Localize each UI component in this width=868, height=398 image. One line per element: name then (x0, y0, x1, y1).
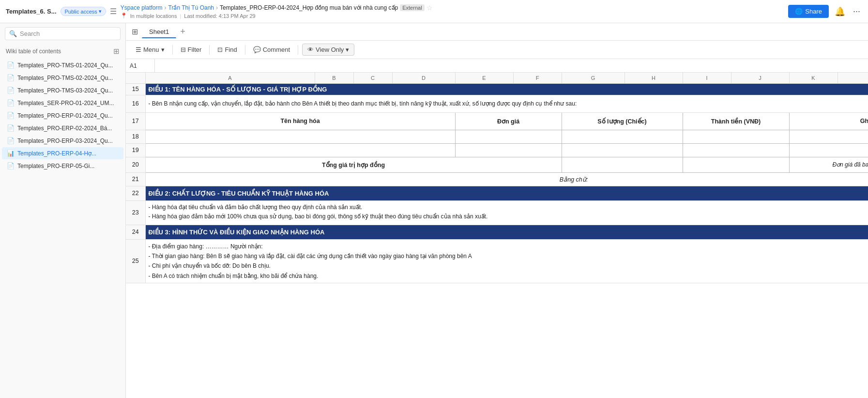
view-only-label: View Only (316, 46, 344, 53)
sidebar-item-label: Templates_PRO-ERP-05-Gi... (17, 163, 94, 169)
r18-l (789, 130, 868, 143)
sidebar-item-erp03[interactable]: 📄 Templates_PRO-ERP-03-2024_Qu... (2, 135, 123, 147)
table-row: 25 - Địa điểm giao hàng: ………… Người nhận… (126, 239, 868, 283)
r20-g (562, 157, 683, 172)
find-label: Find (225, 46, 237, 53)
r25-line2: - Chi phí vận chuyển và bốc dỡ: Do bên B… (149, 262, 271, 269)
r23-content: - Hàng hóa đạt tiêu chuẩn và đảm bảo chấ… (145, 200, 868, 225)
table-row: 23 - Hàng hóa đạt tiêu chuẩn và đảm bảo … (126, 200, 868, 225)
r19-l (789, 143, 868, 157)
sidebar-item-label: Templates_PRO-TMS-01-2024_Qu... (17, 62, 113, 69)
col-header-K: K (789, 73, 838, 83)
sidebar-item-tms01[interactable]: 📄 Templates_PRO-TMS-01-2024_Qu... (2, 59, 123, 71)
toolbar-divider-3 (245, 45, 245, 55)
view-only-button[interactable]: 👁 View Only ▾ (302, 44, 354, 56)
sidebar-item-label: Templates_PRO-TMS-02-2024_Qu... (17, 75, 113, 81)
th-ghi-chu: Ghi chú (789, 112, 868, 130)
breadcrumb: Yspace platform › Trần Thị Tú Oanh › Tem… (121, 4, 784, 12)
r20-tong: Tổng giá trị hợp đồng (145, 157, 562, 172)
search-box[interactable]: 🔍 Search (5, 27, 121, 40)
sheet1-tab[interactable]: Sheet1 (142, 26, 176, 38)
spreadsheet-area[interactable]: A B C D E F G H I J K L M N (126, 73, 868, 398)
cell-ref-box[interactable]: A1 (126, 59, 155, 72)
col-header-I: I (683, 73, 731, 83)
col-header-C: C (353, 73, 392, 83)
collapse-sidebar-button[interactable]: ☰ (110, 7, 117, 16)
cell-ref-bar: A1 (126, 59, 868, 73)
notification-button[interactable]: 🔔 (833, 4, 847, 19)
sidebar-item-erp01[interactable]: 📄 Templates_PRO-ERP-01-2024_Qu... (2, 109, 123, 122)
sidebar-item-tms02[interactable]: 📄 Templates_PRO-TMS-02-2024_Qu... (2, 72, 123, 84)
r25-line1: - Thời gian giao hàng: Bên B sẽ giao hàn… (149, 253, 472, 260)
breadcrumb-user[interactable]: Trần Thị Tú Oanh (168, 4, 214, 11)
toolbar-divider-2 (209, 45, 210, 55)
chevron-down-icon: ▾ (346, 46, 349, 53)
col-header-D: D (392, 73, 455, 83)
sidebar-item-ser01[interactable]: 📄 Templates_SER-PRO-01-2024_UM... (2, 97, 123, 109)
r20-l: Đơn giá đã bao gồm 10% VAT (789, 157, 868, 172)
main-content: ⊞ Sheet1 + ☰ Menu ▾ ⊟ Filter ⊡ Find (126, 23, 868, 398)
chevron-down-icon: ▾ (99, 8, 102, 15)
sheets-icon: ⊞ (132, 27, 138, 36)
share-button[interactable]: 🌐 Share (788, 5, 829, 18)
doc-icon: 📄 (7, 162, 15, 169)
sidebar-item-tms03[interactable]: 📄 Templates_PRO-TMS-03-2024_Qu... (2, 84, 123, 96)
row-num-24: 24 (126, 225, 145, 239)
filter-label: Filter (188, 46, 202, 53)
sheet-icon: 📊 (7, 150, 15, 157)
comment-button[interactable]: 💬 Comment (249, 44, 294, 55)
r20-i (683, 157, 789, 172)
doc-icon: 📄 (7, 87, 15, 94)
app-title: Templates_6. S... (6, 8, 57, 15)
sidebar-item-erp05[interactable]: 📄 Templates_PRO-ERP-05-Gi... (2, 160, 123, 172)
table-row: 19 (126, 143, 868, 157)
table-row: 15 ĐIỀU 1: TÊN HÀNG HÓA - SỐ LƯỢNG - GIÁ… (126, 83, 868, 95)
row16-content: - Bên B nhận cung cấp, vận chuyển, lắp đ… (145, 95, 868, 112)
more-options-button[interactable]: ··· (851, 4, 862, 18)
doc-icon: 📄 (7, 74, 15, 81)
sidebar-item-erp02[interactable]: 📄 Templates_PRO-ERP-02-2024_Bá... (2, 122, 123, 134)
table-row: 20 Tổng giá trị hợp đồng Đơn giá đã bao … (126, 157, 868, 172)
row-num-25: 25 (126, 239, 145, 283)
toolbar: ☰ Menu ▾ ⊟ Filter ⊡ Find 💬 Comment 👁 (126, 41, 868, 59)
search-icon: 🔍 (9, 30, 17, 37)
find-button[interactable]: ⊡ Find (213, 44, 241, 55)
location-text: In multiple locations (130, 13, 177, 19)
public-access-badge[interactable]: Public access ▾ (61, 7, 106, 16)
sidebar-top: 🔍 Search (0, 23, 125, 44)
row-num-23: 23 (126, 200, 145, 225)
top-header: Templates_6. S... Public access ▾ ☰ Yspa… (0, 0, 868, 23)
filter-button[interactable]: ⊟ Filter (177, 44, 206, 55)
star-icon[interactable]: ☆ (426, 4, 433, 12)
wiki-settings-button[interactable]: ⊞ (113, 47, 120, 56)
sidebar-item-label: Templates_PRO-ERP-03-2024_Qu... (17, 138, 113, 144)
doc-icon: 📄 (7, 112, 15, 119)
wiki-header: Wiki table of contents ⊞ (0, 44, 125, 58)
row-num-19: 19 (126, 143, 145, 157)
table-row: 22 ĐIỀU 2: CHẤT LƯỢNG - TIÊU CHUẨN KỸ TH… (126, 186, 868, 200)
breadcrumb-sep-1: › (165, 4, 167, 11)
filter-icon: ⊟ (181, 46, 186, 53)
sidebar-items: 📄 Templates_PRO-TMS-01-2024_Qu... 📄 Temp… (0, 58, 125, 398)
row-num-17: 17 (126, 112, 145, 130)
row-num-18: 18 (126, 130, 145, 143)
comment-icon: 💬 (253, 46, 261, 53)
doc-icon: 📄 (7, 124, 15, 132)
sidebar-item-erp04[interactable]: 📊 Templates_PRO-ERP-04-Hợ... (2, 147, 123, 159)
col-header-F: F (513, 73, 562, 83)
row-num-20: 20 (126, 157, 145, 172)
add-sheet-button[interactable]: + (178, 27, 187, 37)
toolbar-divider-1 (172, 45, 173, 55)
r19-a (145, 143, 455, 157)
doc-icon: 📄 (7, 99, 15, 107)
doc-meta: 📍 In multiple locations | Last modified:… (121, 13, 784, 19)
menu-icon: ☰ (136, 46, 141, 53)
menu-button[interactable]: ☰ Menu ▾ (132, 44, 168, 55)
breadcrumb-yspace[interactable]: Yspace platform (121, 4, 163, 11)
menu-label: Menu (143, 46, 159, 53)
section-title-15: ĐIỀU 1: TÊN HÀNG HÓA - SỐ LƯỢNG - GIÁ TR… (145, 83, 868, 95)
r23-line2: - Hàng hóa giao đảm bảo mới 100% chưa qu… (149, 213, 488, 220)
table-row: 24 ĐIỀU 3: HÌNH THỨC VÀ ĐIỀU KIỆN GIAO N… (126, 225, 868, 239)
breadcrumb-doc: Templates_PRO-ERP-04-2024_Hợp đồng mua b… (220, 4, 398, 11)
r18-i (683, 130, 789, 143)
